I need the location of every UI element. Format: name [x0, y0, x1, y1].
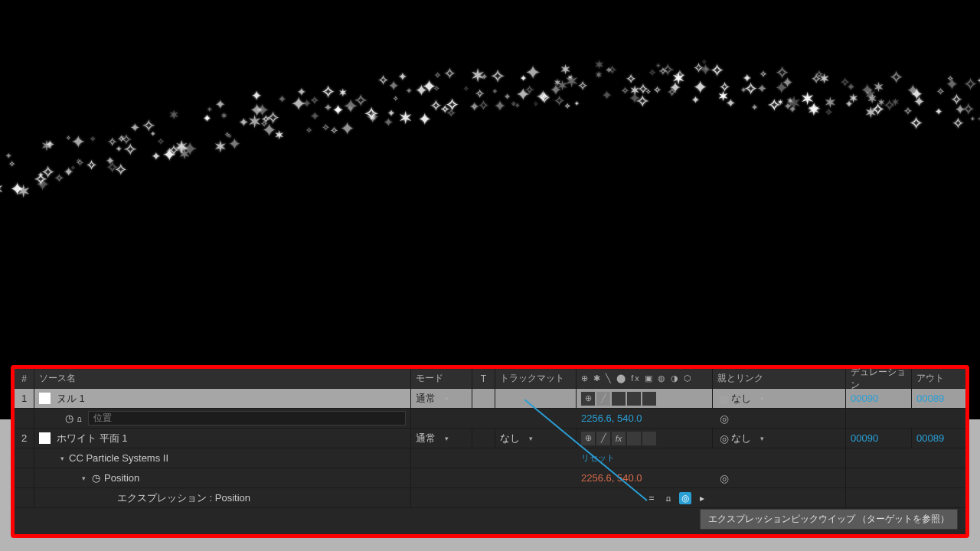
- quality-switch[interactable]: [612, 392, 626, 406]
- column-header-row: # ソース名 モード T トラックマット ⊕ ✱ ╲ ⬤ fx ▣ ◍ ◑ ⬡ …: [15, 369, 965, 389]
- preserve-transparency-toggle[interactable]: [472, 389, 495, 408]
- timeline-panel: # ソース名 モード T トラックマット ⊕ ✱ ╲ ⬤ fx ▣ ◍ ◑ ⬡ …: [11, 365, 969, 538]
- property-row-position[interactable]: ◷ ⩍ 位置 2256.6, 540.0 ◎: [15, 409, 965, 429]
- col-mode: モード: [411, 369, 472, 388]
- layer-index: 1: [15, 389, 34, 408]
- col-out: アウト: [912, 369, 965, 388]
- pickwhip-icon[interactable]: ◎: [717, 432, 731, 445]
- layer-color-swatch: [39, 432, 51, 444]
- preserve-transparency-toggle[interactable]: [472, 429, 495, 448]
- collapse-switch[interactable]: ╱: [596, 432, 610, 445]
- twirl-open-icon[interactable]: ▾: [82, 474, 86, 482]
- adjustment-switch[interactable]: [642, 432, 656, 445]
- expression-row[interactable]: エクスプレッション : Position = ⩍ ◎ ▸: [15, 488, 965, 508]
- parent-dropdown[interactable]: ◎ なし▾: [713, 429, 846, 448]
- composition-preview: ✧✦✶✧✧✦✶✦✦✧✶✦✦✧✦✧✧✦✧✧✦✧✧✦✧✧✦✧✧✧✦✶✧✧✧✦✦✧✶✶…: [0, 0, 980, 356]
- effect-name: CC Particle Systems II: [69, 452, 168, 464]
- expression-controls: = ⩍ ◎ ▸: [577, 488, 713, 507]
- col-t: T: [472, 369, 495, 388]
- expression-label: エクスプレッション : Position: [34, 488, 411, 507]
- pickwhip-icon[interactable]: ◎: [717, 412, 731, 425]
- twirl-open-icon[interactable]: ▾: [60, 455, 64, 462]
- effect-row[interactable]: ▾ CC Particle Systems II リセット: [15, 448, 965, 468]
- layer-row-1[interactable]: 1 ヌル 1 通常▾ ⊕ ╱ ◎ なし▾ 00090 00089: [15, 389, 965, 409]
- layer-name-cell: ヌル 1: [34, 389, 411, 408]
- layer-name-cell: ホワイト 平面 1: [34, 429, 411, 448]
- fx-switch[interactable]: [627, 392, 641, 406]
- stopwatch-icon[interactable]: ◷: [64, 413, 74, 424]
- chevron-down-icon: ▾: [760, 435, 764, 442]
- blend-mode-dropdown[interactable]: 通常▾: [411, 389, 472, 408]
- col-track-matte: トラックマット: [495, 369, 577, 388]
- expression-graph-icon[interactable]: ⩍: [662, 492, 675, 504]
- duration-value[interactable]: 00090: [846, 429, 912, 448]
- col-number: #: [15, 369, 34, 388]
- expression-enable-icon[interactable]: =: [645, 492, 658, 504]
- col-source-name: ソース名: [34, 369, 411, 388]
- layer-switches[interactable]: ⊕ ╱ fx: [577, 429, 713, 448]
- blend-mode-dropdown[interactable]: 通常▾: [411, 429, 472, 448]
- shy-switch[interactable]: ⊕: [581, 392, 595, 406]
- chevron-down-icon: ▾: [445, 395, 449, 403]
- effect-reset[interactable]: リセット: [577, 448, 713, 468]
- parent-dropdown[interactable]: ◎ なし▾: [713, 389, 846, 408]
- chevron-down-icon: ▾: [760, 395, 764, 403]
- expression-language-menu-icon[interactable]: ▸: [696, 492, 708, 504]
- pickwhip-icon[interactable]: ◎: [717, 392, 731, 406]
- chevron-down-icon: ▾: [529, 435, 533, 442]
- expression-pickwhip-icon[interactable]: ◎: [679, 492, 691, 504]
- stopwatch-icon[interactable]: ◷: [90, 473, 101, 484]
- col-parent: 親とリンク: [713, 369, 846, 388]
- out-value[interactable]: 00089: [912, 429, 965, 448]
- property-name-input[interactable]: 位置: [88, 411, 406, 425]
- layer-row-2[interactable]: 2 ホワイト 平面 1 通常▾ なし▾ ⊕ ╱ fx ◎ なし▾ 00090 0…: [15, 429, 965, 448]
- effect-property-name: Position: [104, 472, 139, 484]
- pickwhip-icon[interactable]: ◎: [717, 471, 731, 485]
- tooltip: エクスプレッションピックウイップ （ターゲットを参照）: [700, 509, 958, 530]
- fx-switch[interactable]: fx: [612, 432, 626, 445]
- layer-name: ヌル 1: [57, 392, 85, 406]
- effect-name-cell: ▾ CC Particle Systems II: [34, 448, 411, 468]
- motion-blur-switch[interactable]: [627, 432, 641, 445]
- position-value[interactable]: 2256.6, 540.0: [577, 409, 713, 428]
- track-matte-dropdown[interactable]: なし▾: [495, 429, 577, 448]
- graph-icon[interactable]: ⩍: [77, 414, 82, 423]
- col-switches: ⊕ ✱ ╲ ⬤ fx ▣ ◍ ◑ ⬡: [577, 369, 713, 388]
- track-matte-dropdown[interactable]: [495, 389, 577, 408]
- layer-index: 2: [15, 429, 34, 448]
- effect-property-row[interactable]: ▾ ◷ Position 2256.6, 540.0 ◎: [15, 468, 965, 488]
- chevron-down-icon: ▾: [445, 435, 449, 442]
- effect-property-name-cell: ▾ ◷ Position: [34, 468, 411, 487]
- frame-blend-switch[interactable]: [642, 392, 656, 406]
- layer-switches[interactable]: ⊕ ╱: [577, 389, 713, 408]
- collapse-switch[interactable]: ╱: [596, 392, 610, 406]
- duration-value[interactable]: 00090: [846, 389, 912, 408]
- col-duration: デュレーション: [846, 369, 912, 388]
- out-value[interactable]: 00089: [912, 389, 965, 408]
- layer-name: ホワイト 平面 1: [57, 432, 127, 445]
- effect-position-value[interactable]: 2256.6, 540.0: [577, 468, 713, 487]
- layer-color-swatch: [39, 393, 51, 404]
- property-name-cell: ◷ ⩍ 位置: [34, 409, 411, 428]
- shy-switch[interactable]: ⊕: [581, 432, 595, 445]
